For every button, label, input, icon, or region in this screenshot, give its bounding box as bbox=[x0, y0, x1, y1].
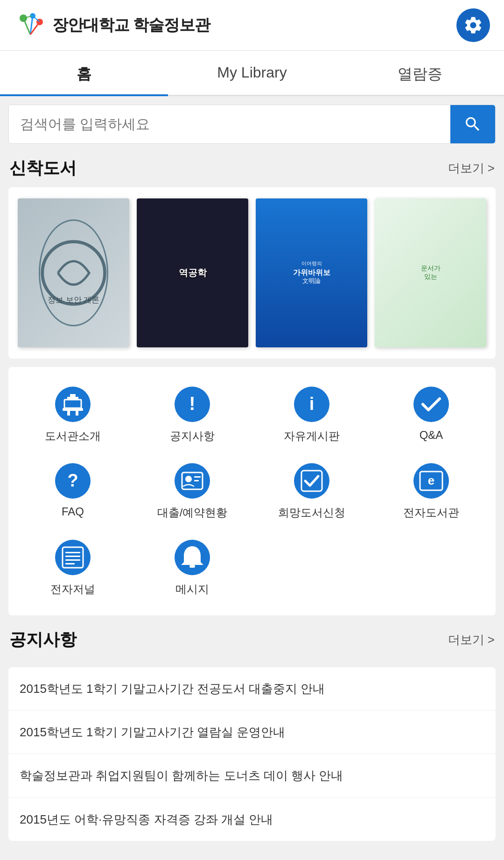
announcements-more[interactable]: 더보기 > bbox=[448, 632, 495, 648]
menu-bulletin-label: 자유게시판 bbox=[284, 429, 340, 444]
menu-library-intro[interactable]: 도서관소개 bbox=[13, 381, 133, 448]
announcements-title: 공지사항 bbox=[9, 628, 77, 651]
svg-rect-15 bbox=[67, 411, 70, 416]
journal-icon bbox=[54, 539, 91, 576]
svg-rect-28 bbox=[194, 480, 199, 481]
svg-rect-37 bbox=[65, 556, 80, 557]
search-input[interactable] bbox=[9, 105, 450, 143]
svg-text:e: e bbox=[428, 473, 434, 487]
svg-rect-13 bbox=[67, 397, 78, 400]
menu-empty-1 bbox=[252, 534, 371, 601]
menu-library-intro-label: 도서관소개 bbox=[45, 429, 101, 444]
menu-notices-label: 공지사항 bbox=[170, 429, 215, 444]
book-card-1[interactable]: 정보 보안 개론 bbox=[18, 198, 129, 347]
notice-icon: ! bbox=[174, 386, 211, 423]
logo-text: 장안대학교 학술정보관 bbox=[52, 14, 210, 36]
svg-point-10 bbox=[55, 387, 91, 422]
e-book-icon: e bbox=[413, 462, 450, 500]
svg-point-21 bbox=[413, 387, 449, 422]
new-books-header: 신착도서 더보기 > bbox=[0, 144, 504, 187]
logo-area: 장안대학교 학술정보관 bbox=[14, 9, 210, 42]
menu-faq[interactable]: ? FAQ bbox=[13, 458, 133, 525]
svg-point-24 bbox=[175, 463, 210, 499]
search-icon bbox=[463, 115, 482, 134]
person-card-icon bbox=[174, 462, 211, 500]
library-icon bbox=[54, 386, 91, 423]
svg-text:i: i bbox=[309, 394, 315, 414]
header: 장안대학교 학술정보관 bbox=[0, 0, 504, 51]
tab-card[interactable]: 열람증 bbox=[336, 51, 504, 95]
svg-rect-41 bbox=[189, 565, 195, 568]
svg-text:정보 보안 개론: 정보 보안 개론 bbox=[48, 296, 99, 304]
book-card-2[interactable]: 역공학 bbox=[137, 198, 248, 347]
menu-message-label: 메시지 bbox=[175, 582, 209, 597]
faq-icon: ? bbox=[54, 462, 91, 500]
check-circle-icon bbox=[413, 386, 450, 423]
book-cover-4: 운서가 있는 bbox=[375, 198, 486, 347]
menu-e-library[interactable]: e 전자도서관 bbox=[371, 458, 491, 525]
menu-grid: 도서관소개 ! 공지사항 i 자유게시판 Q&A bbox=[8, 367, 496, 615]
books-container: 정보 보안 개론 역공학 이어령의 가위바위보 文明論 운서가 있는 bbox=[8, 187, 496, 359]
svg-point-34 bbox=[55, 540, 91, 575]
announcement-item-4[interactable]: 2015년도 어학·유망직종 자격증 강좌 개설 안내 bbox=[8, 798, 496, 841]
announcement-item-3[interactable]: 학술정보관과 취업지원팀이 함께하는 도너츠 데이 행사 안내 bbox=[8, 754, 496, 797]
tab-home[interactable]: 홈 bbox=[0, 51, 168, 95]
svg-rect-38 bbox=[65, 559, 80, 561]
svg-line-5 bbox=[23, 18, 30, 35]
menu-faq-label: FAQ bbox=[62, 505, 84, 518]
svg-text:?: ? bbox=[67, 471, 78, 490]
bottom-space bbox=[0, 841, 504, 860]
menu-row-2: ? FAQ 대출/예약현황 희망도서신청 bbox=[13, 458, 491, 525]
menu-book-request[interactable]: 희망도서신청 bbox=[252, 458, 371, 525]
svg-rect-39 bbox=[65, 563, 75, 564]
menu-row-1: 도서관소개 ! 공지사항 i 자유게시판 Q&A bbox=[13, 381, 491, 448]
announcements-list: 2015학년도 1학기 기말고사기간 전공도서 대출중지 안내 2015학년도 … bbox=[8, 667, 496, 841]
menu-message[interactable]: 메시지 bbox=[133, 534, 252, 601]
announcement-item-2[interactable]: 2015학년도 1학기 기말고사기간 열람실 운영안내 bbox=[8, 711, 496, 754]
svg-rect-27 bbox=[194, 476, 201, 478]
menu-qna-label: Q&A bbox=[420, 429, 443, 442]
menu-loan-status-label: 대출/예약현황 bbox=[157, 505, 228, 520]
menu-e-library-label: 전자도서관 bbox=[403, 505, 459, 520]
svg-text:!: ! bbox=[189, 393, 195, 414]
menu-qna[interactable]: Q&A bbox=[371, 381, 491, 448]
book-card-3[interactable]: 이어령의 가위바위보 文明論 bbox=[256, 198, 367, 347]
checkbox-icon bbox=[293, 462, 330, 500]
menu-e-journal-label: 전자저널 bbox=[50, 582, 95, 597]
book-card-4[interactable]: 운서가 있는 bbox=[375, 198, 486, 347]
menu-notices[interactable]: ! 공지사항 bbox=[133, 381, 252, 448]
svg-point-8 bbox=[42, 241, 105, 304]
settings-button[interactable] bbox=[456, 8, 490, 42]
new-books-title: 신착도서 bbox=[9, 157, 77, 180]
search-button[interactable] bbox=[450, 105, 495, 143]
announcements-header: 공지사항 더보기 > bbox=[0, 615, 504, 659]
tab-my-library[interactable]: My Library bbox=[168, 51, 336, 95]
svg-point-26 bbox=[185, 476, 192, 482]
book-cover-2: 역공학 bbox=[137, 198, 248, 347]
info-icon: i bbox=[293, 386, 330, 423]
book-cover-1: 정보 보안 개론 bbox=[18, 198, 129, 347]
svg-rect-36 bbox=[65, 552, 80, 553]
book-cover-3: 이어령의 가위바위보 文明論 bbox=[256, 198, 367, 347]
nav-tabs: 홈 My Library 열람증 bbox=[0, 51, 504, 96]
svg-rect-14 bbox=[70, 394, 76, 397]
menu-empty-2 bbox=[371, 534, 491, 601]
logo-icon bbox=[14, 9, 47, 42]
new-books-more[interactable]: 더보기 > bbox=[448, 160, 495, 176]
gear-icon bbox=[463, 15, 483, 35]
search-bar bbox=[8, 105, 496, 144]
menu-e-journal[interactable]: 전자저널 bbox=[13, 534, 133, 601]
menu-row-3: 전자저널 메시지 bbox=[13, 534, 491, 601]
svg-rect-16 bbox=[76, 411, 78, 416]
menu-loan-status[interactable]: 대출/예약현황 bbox=[133, 458, 252, 525]
menu-bulletin[interactable]: i 자유게시판 bbox=[252, 381, 371, 448]
menu-book-request-label: 희망도서신청 bbox=[278, 505, 345, 520]
svg-point-29 bbox=[294, 463, 329, 499]
announcement-item-1[interactable]: 2015학년도 1학기 기말고사기간 전공도서 대출중지 안내 bbox=[8, 667, 496, 711]
bell-icon bbox=[174, 539, 211, 576]
